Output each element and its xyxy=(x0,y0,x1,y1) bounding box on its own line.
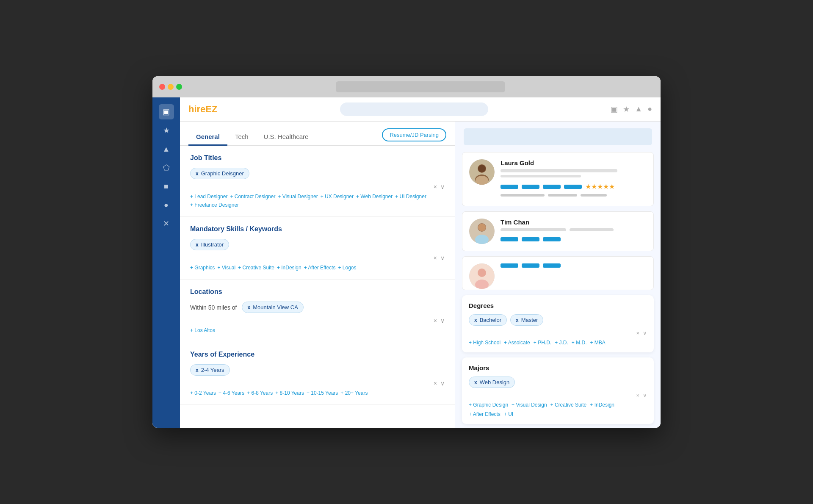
candidate-name-1: Tim Chan xyxy=(501,219,647,226)
sug-indesign[interactable]: InDesign xyxy=(590,402,614,408)
sug-after-effects[interactable]: After Effects xyxy=(469,411,501,417)
tab-healthcare[interactable]: U.S. Healthcare xyxy=(256,129,316,146)
sug-graphic-design[interactable]: Graphic Design xyxy=(469,402,508,408)
alert-icon[interactable]: ▲ xyxy=(635,105,642,114)
expand-location-icon[interactable]: ∨ xyxy=(440,317,445,324)
majors-controls: × ∨ xyxy=(469,392,647,399)
header-search[interactable] xyxy=(340,102,488,116)
remove-tag-icon[interactable]: x xyxy=(196,171,199,177)
parse-button[interactable]: Resume/JD Parsing xyxy=(382,128,446,141)
remove-major-icon[interactable]: x xyxy=(474,379,477,385)
stars-0: ★★★★★ xyxy=(585,183,615,191)
majors-filter: Majors x Web Design × ∨ Graphic xyxy=(462,357,654,424)
sug-md[interactable]: M.D. xyxy=(572,340,587,346)
suggestion-after-effects[interactable]: After Effects xyxy=(304,265,336,271)
star-icon[interactable]: ★ xyxy=(623,105,630,114)
years-tag-0[interactable]: x 2-4 Years xyxy=(190,364,230,376)
job-titles-suggestions: Lead Designer Contract Designer Visual D… xyxy=(190,194,445,208)
clear-icon[interactable]: × xyxy=(434,183,437,190)
suggestion-lead-designer[interactable]: Lead Designer xyxy=(190,194,227,199)
major-tag-0[interactable]: x Web Design xyxy=(469,377,515,388)
suggestion-ui-designer[interactable]: UI Designer xyxy=(395,194,426,199)
remove-years-icon[interactable]: x xyxy=(196,367,199,373)
minimize-button[interactable] xyxy=(168,84,174,90)
clear-skills-icon[interactable]: × xyxy=(434,255,437,261)
clear-location-icon[interactable]: × xyxy=(434,317,437,324)
job-titles-controls: × ∨ xyxy=(190,183,445,190)
logo-hire: hire xyxy=(188,104,205,114)
suggestion-visual[interactable]: Visual xyxy=(217,265,235,271)
user-icon[interactable]: ● xyxy=(647,105,652,114)
expand-years-icon[interactable]: ∨ xyxy=(440,380,445,387)
sidebar-item-alerts[interactable]: ▲ xyxy=(159,141,174,157)
suggestion-creative-suite[interactable]: Creative Suite xyxy=(238,265,274,271)
suggestion-contract-designer[interactable]: Contract Designer xyxy=(230,194,275,199)
address-bar xyxy=(336,81,505,92)
suggestion-0-2[interactable]: 0-2 Years xyxy=(190,390,216,396)
expand-icon[interactable]: ∨ xyxy=(440,183,445,190)
sidebar-item-pentagon[interactable]: ⬠ xyxy=(159,160,174,175)
expand-majors-icon[interactable]: ∨ xyxy=(643,392,647,399)
right-search-bar[interactable] xyxy=(464,128,652,145)
job-title-tag-0[interactable]: x Graphic Deisgner xyxy=(190,168,249,179)
location-suggestions: Los Altos xyxy=(190,327,445,333)
candidate-info-1: Tim Chan xyxy=(501,219,647,241)
sug-mba[interactable]: MBA xyxy=(590,340,606,346)
expand-skills-icon[interactable]: ∨ xyxy=(440,255,445,261)
tab-tech[interactable]: Tech xyxy=(227,129,256,146)
sidebar-item-starred[interactable]: ★ xyxy=(159,123,174,138)
blue-bar-1 xyxy=(522,185,539,189)
remove-skill-icon[interactable]: x xyxy=(196,242,199,248)
sug-high-school[interactable]: High School xyxy=(469,340,501,346)
degree-tag-bachelor[interactable]: x Bachelor xyxy=(469,314,507,326)
mandatory-skills-tags: x Illustrator xyxy=(190,239,445,250)
suggestion-visual-designer[interactable]: Visual Designer xyxy=(278,194,318,199)
skill-tag-0[interactable]: x Illustrator xyxy=(190,239,229,250)
sug-ui[interactable]: UI xyxy=(504,411,513,417)
remove-bachelor-icon[interactable]: x xyxy=(474,317,477,323)
clear-years-icon[interactable]: × xyxy=(434,380,437,387)
degrees-suggestions: High School Assoicate PH.D. J.D. M.D. MB… xyxy=(469,340,647,346)
sug-associate[interactable]: Assoicate xyxy=(504,340,530,346)
location-tag-0[interactable]: x Mountain View CA xyxy=(242,302,303,313)
remove-master-icon[interactable]: x xyxy=(516,317,519,323)
clear-majors-icon[interactable]: × xyxy=(636,392,639,399)
sug-creative-suite[interactable]: Creative Suite xyxy=(550,402,587,408)
sug-phd[interactable]: PH.D. xyxy=(534,340,551,346)
tab-general[interactable]: General xyxy=(188,129,227,146)
sidebar-item-circle[interactable]: ● xyxy=(159,197,174,213)
suggestion-20-plus[interactable]: 20+ Years xyxy=(340,390,368,396)
suggestion-ux-designer[interactable]: UX Designer xyxy=(321,194,354,199)
browser-bar xyxy=(152,76,661,97)
suggestion-4-6[interactable]: 4-6 Years xyxy=(218,390,244,396)
majors-tags: x Web Design xyxy=(469,377,647,388)
sug-jd[interactable]: J.D. xyxy=(555,340,568,346)
suggestion-web-designer[interactable]: Web Designer xyxy=(356,194,393,199)
sidebar-item-close[interactable]: ✕ xyxy=(159,216,174,231)
expand-degrees-icon[interactable]: ∨ xyxy=(643,330,647,336)
remove-location-icon[interactable]: x xyxy=(247,305,250,310)
suggestion-los-altos[interactable]: Los Altos xyxy=(190,327,215,333)
suggestion-6-8[interactable]: 6-8 Years xyxy=(247,390,273,396)
suggestion-indesign[interactable]: InDesign xyxy=(277,265,301,271)
close-button[interactable] xyxy=(159,84,165,90)
clear-degrees-icon[interactable]: × xyxy=(636,330,639,336)
candidate-header-1: Tim Chan xyxy=(469,219,647,244)
sidebar-item-home[interactable]: ▣ xyxy=(159,104,174,119)
suggestion-8-10[interactable]: 8-10 Years xyxy=(275,390,304,396)
suggestion-logos[interactable]: Logos xyxy=(338,265,356,271)
svg-point-7 xyxy=(478,224,486,231)
skill-tag-label: Illustrator xyxy=(201,241,224,248)
sidebar-item-square[interactable]: ■ xyxy=(159,179,174,194)
suggestion-graphics[interactable]: Graphics xyxy=(190,265,215,271)
left-panel: General Tech U.S. Healthcare Resume/JD P… xyxy=(180,122,455,428)
sug-visual-design[interactable]: Visual Design xyxy=(512,402,547,408)
within-label: Within 50 miles of xyxy=(190,304,237,311)
suggestion-10-15[interactable]: 10-15 Years xyxy=(307,390,338,396)
degree-tag-master[interactable]: x Master xyxy=(510,314,543,326)
suggestion-freelance-designer[interactable]: Freelance Designer xyxy=(190,202,239,208)
maximize-button[interactable] xyxy=(176,84,182,90)
years-tag-label: 2-4 Years xyxy=(201,367,224,373)
grid-icon[interactable]: ▣ xyxy=(611,105,618,114)
svg-point-3 xyxy=(478,165,486,172)
